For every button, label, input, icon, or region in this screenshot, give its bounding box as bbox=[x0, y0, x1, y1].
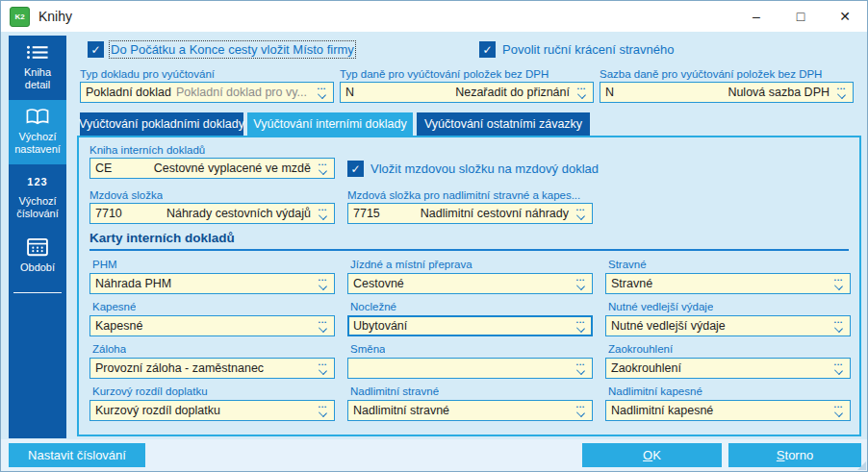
maximize-button[interactable]: □ bbox=[779, 1, 823, 32]
field-value: Zaokrouhlení bbox=[611, 361, 681, 375]
sidebar-item-label: Kniha detail bbox=[11, 66, 64, 91]
dropdown-icon[interactable] bbox=[316, 208, 330, 219]
typ-dane-combobox[interactable]: N Nezařadit do přiznání bbox=[340, 82, 594, 103]
minimize-button[interactable]: – bbox=[734, 1, 779, 32]
nadlimitni-stravne-combobox[interactable]: Nadlimitní stravné bbox=[347, 400, 593, 421]
k2-app-icon: K2 bbox=[10, 7, 30, 27]
ok-button[interactable]: OK bbox=[582, 443, 722, 467]
knihy-window: K2 Knihy – □ ✕ Kniha detail Výchozí nast… bbox=[0, 0, 868, 472]
mzdova-slozka-nadlimitni-combobox[interactable]: 7715 Nadlimitní cestovní náhrady bbox=[347, 203, 593, 224]
field-label: Nutné vedlejší výdaje bbox=[608, 301, 713, 312]
smena-combobox[interactable] bbox=[347, 358, 593, 379]
tab-interni-doklady[interactable]: Vyúčtování interními doklady bbox=[247, 112, 413, 136]
dropdown-icon[interactable] bbox=[574, 278, 588, 289]
tab-panel-interni-doklady: Kniha interních dokladů CE Cestovné vypl… bbox=[77, 136, 861, 436]
sidebar-divider bbox=[13, 292, 62, 293]
field-value: Nadlimitní stravné bbox=[353, 404, 449, 417]
resize-grip[interactable] bbox=[857, 461, 866, 470]
sidebar-item-vychozi-cislovani[interactable]: 123 Výchozí číslování bbox=[9, 164, 66, 229]
dropdown-icon[interactable] bbox=[574, 87, 589, 98]
checkbox-checked-icon[interactable] bbox=[88, 41, 104, 58]
field-label: Mzdová složka bbox=[89, 189, 163, 201]
sidebar-item-kniha-detail[interactable]: Kniha detail bbox=[9, 36, 66, 100]
kniha-internich-dokladu-combobox[interactable]: CE Cestovné vyplacené ve mzdě bbox=[89, 158, 335, 179]
field-value: 7710 bbox=[95, 207, 122, 220]
field-value: Ubytování bbox=[353, 319, 407, 333]
dropdown-icon[interactable] bbox=[316, 320, 330, 332]
checkbox-checked-icon[interactable] bbox=[347, 161, 364, 177]
checkbox-kraceni-stravneho[interactable]: Povolit ruční krácení stravného bbox=[479, 41, 674, 58]
field-value: Cestovné bbox=[353, 277, 404, 290]
field-label: Nadlimitní stravné bbox=[350, 385, 439, 397]
section-divider bbox=[89, 249, 849, 251]
field-value: N bbox=[345, 86, 354, 99]
field-value: Nutné vedlejší výdaje bbox=[611, 319, 726, 333]
dropdown-icon[interactable] bbox=[574, 320, 588, 332]
zaloha-combobox[interactable]: Provozní záloha - zaměstnanec bbox=[89, 358, 335, 379]
storno-button[interactable]: Storno bbox=[728, 443, 861, 467]
typ-dokladu-combobox[interactable]: Pokladní doklad Pokladní doklad pro vy..… bbox=[80, 82, 334, 103]
calendar-icon bbox=[11, 236, 64, 257]
field-label: Nadlimitní kapesné bbox=[608, 385, 702, 397]
field-label: Typ dokladu pro vyúčtování bbox=[80, 68, 334, 80]
nastavit-cislovani-button[interactable]: Nastavit číslování bbox=[9, 443, 145, 467]
numbers-icon: 123 bbox=[11, 172, 64, 190]
field-value: Provozní záloha - zaměstnanec bbox=[95, 361, 264, 375]
dropdown-icon[interactable] bbox=[316, 278, 330, 289]
list-icon bbox=[11, 43, 64, 62]
field-value: N bbox=[605, 86, 614, 99]
field-sazba-dane: Sazba daně pro vyúčtování položek bez DP… bbox=[600, 68, 854, 103]
dropdown-icon[interactable] bbox=[574, 405, 588, 416]
checkbox-checked-icon[interactable] bbox=[479, 41, 496, 58]
field-label: PHM bbox=[92, 259, 117, 270]
nadlimitni-kapesne-combobox[interactable]: Nadlimitní kapesné bbox=[605, 400, 851, 421]
field-value: Pokladní doklad bbox=[86, 86, 171, 99]
dropdown-icon[interactable] bbox=[831, 362, 846, 374]
tab-pokladni-doklady[interactable]: Vyúčtování pokladními doklady bbox=[80, 112, 243, 136]
checkbox-label: Povolit ruční krácení stravného bbox=[502, 42, 674, 57]
dropdown-icon[interactable] bbox=[574, 362, 588, 374]
phm-combobox[interactable]: Náhrada PHM bbox=[89, 273, 335, 294]
nutne-vydaje-combobox[interactable]: Nutné vedlejší výdaje bbox=[605, 315, 851, 336]
sidebar-item-obdobi[interactable]: Období bbox=[9, 229, 66, 283]
field-label: Jízdné a místní přeprava bbox=[350, 259, 472, 270]
sazba-dane-combobox[interactable]: N Nulová sazba DPH bbox=[600, 82, 854, 103]
field-typ-dokladu: Typ dokladu pro vyúčtování Pokladní dokl… bbox=[80, 68, 334, 103]
sidebar-item-vychozi-nastaveni[interactable]: Výchozí nastavení bbox=[9, 100, 66, 164]
field-value-description: Náhrady cestovních výdajů bbox=[166, 207, 316, 220]
dropdown-icon[interactable] bbox=[316, 362, 330, 374]
field-value-description: Nadlimitní cestovní náhrady bbox=[421, 207, 574, 220]
dropdown-icon[interactable] bbox=[834, 87, 849, 98]
section-title-karty: Karty interních dokladů bbox=[89, 231, 235, 245]
field-label: Kniha interních dokladů bbox=[89, 144, 205, 156]
sidebar-item-label: Období bbox=[11, 261, 64, 274]
checkbox-mzdova-slozka[interactable]: Vložit mzdovou složku na mzdový doklad bbox=[347, 161, 599, 177]
tab-ostatni-zavazky[interactable]: Vyúčtování ostatními závazky bbox=[417, 112, 590, 136]
dropdown-icon[interactable] bbox=[316, 405, 330, 416]
kapesne-combobox[interactable]: Kapesné bbox=[89, 315, 335, 336]
field-value-description: Cestovné vyplacené ve mzdě bbox=[154, 161, 316, 175]
field-value: Kapesné bbox=[95, 319, 142, 333]
dropdown-icon[interactable] bbox=[831, 278, 846, 289]
dropdown-icon[interactable] bbox=[316, 162, 330, 174]
field-value: Stravné bbox=[611, 277, 652, 290]
checkbox-misto-firmy[interactable]: Do Počátku a Konce cesty vložit Místo fi… bbox=[88, 41, 354, 58]
dropdown-icon[interactable] bbox=[315, 87, 329, 98]
checkbox-label: Vložit mzdovou složku na mzdový doklad bbox=[370, 161, 599, 176]
dropdown-icon[interactable] bbox=[831, 405, 846, 416]
field-label: Sazba daně pro vyúčtování položek bez DP… bbox=[600, 68, 854, 80]
noclezne-combobox[interactable]: Ubytování bbox=[347, 315, 593, 336]
field-label: Kurzový rozdíl doplatku bbox=[92, 385, 208, 397]
stravne-combobox[interactable]: Stravné bbox=[605, 273, 851, 294]
jizdne-combobox[interactable]: Cestovné bbox=[347, 273, 593, 294]
checkbox-label: Do Počátku a Konce cesty vložit Místo fi… bbox=[111, 42, 354, 57]
kurzovy-rozdil-combobox[interactable]: Kurzový rozdíl doplatku bbox=[89, 400, 335, 421]
mzdova-slozka-combobox[interactable]: 7710 Náhrady cestovních výdajů bbox=[89, 203, 335, 224]
tab-bar: Vyúčtování pokladními doklady Vyúčtování… bbox=[80, 112, 590, 136]
close-button[interactable]: ✕ bbox=[823, 1, 867, 32]
dropdown-icon[interactable] bbox=[574, 208, 588, 219]
zaokrouhleni-combobox[interactable]: Zaokrouhlení bbox=[605, 358, 851, 379]
sidebar: Kniha detail Výchozí nastavení 123 Výcho… bbox=[9, 36, 66, 438]
dropdown-icon[interactable] bbox=[831, 320, 846, 332]
field-value: Nadlimitní kapesné bbox=[611, 404, 713, 417]
